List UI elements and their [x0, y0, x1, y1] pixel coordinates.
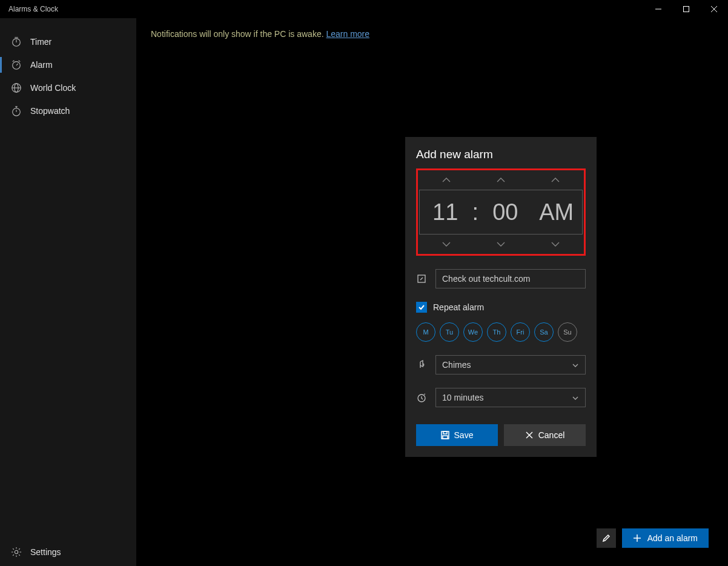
minute-up-button[interactable]: [477, 174, 525, 186]
sidebar-item-timer[interactable]: Timer: [0, 30, 136, 53]
minute-down-button[interactable]: [477, 238, 525, 250]
plus-icon: [633, 534, 641, 542]
svg-point-18: [15, 550, 18, 553]
sidebar-item-label: Timer: [30, 37, 51, 47]
learn-more-link[interactable]: Learn more: [326, 29, 369, 39]
svg-line-8: [16, 64, 18, 65]
titlebar: Alarms & Clock: [0, 0, 728, 18]
time-picker-highlight: 11 : 00 AM: [416, 168, 586, 256]
window-controls: [644, 0, 728, 18]
ampm-up-button[interactable]: [531, 174, 580, 186]
sidebar-item-world-clock[interactable]: World Clock: [0, 76, 136, 99]
alarm-icon: [11, 59, 22, 70]
sidebar-item-settings[interactable]: Settings: [0, 538, 136, 566]
sidebar-item-alarm[interactable]: Alarm: [0, 53, 136, 76]
edit-name-icon: [416, 273, 427, 284]
content-area: Notifications will only show if the PC i…: [136, 18, 728, 566]
hour-down-button[interactable]: [422, 238, 471, 250]
add-alarm-button[interactable]: Add an alarm: [622, 528, 709, 548]
close-icon: [525, 431, 534, 439]
add-alarm-dialog: Add new alarm 11 : 00 AM: [405, 137, 597, 457]
chevron-down-icon: [572, 393, 579, 402]
ampm-value: AM: [531, 199, 582, 225]
repeat-label: Repeat alarm: [433, 302, 484, 312]
sound-select[interactable]: Chimes: [435, 355, 586, 375]
sidebar: Timer Alarm World Clock Stopwatch Settin…: [0, 18, 136, 566]
maximize-button[interactable]: [672, 0, 700, 18]
hour-up-button[interactable]: [422, 174, 471, 186]
notification-text: Notifications will only show if the PC i…: [151, 29, 326, 39]
svg-rect-22: [443, 431, 447, 434]
svg-line-9: [13, 61, 15, 62]
days-row: M Tu We Th Fri Sa Su: [416, 322, 586, 342]
sidebar-item-label: Alarm: [30, 60, 53, 70]
chevron-down-icon: [572, 360, 579, 370]
svg-rect-23: [443, 436, 448, 439]
minimize-button[interactable]: [644, 0, 672, 18]
stopwatch-icon: [11, 105, 22, 116]
time-display[interactable]: 11 : 00 AM: [419, 190, 583, 235]
svg-line-10: [19, 61, 21, 62]
day-thursday[interactable]: Th: [487, 322, 506, 342]
sidebar-item-label: Stopwatch: [30, 106, 70, 116]
save-button[interactable]: Save: [416, 424, 498, 446]
cancel-label: Cancel: [538, 430, 565, 440]
svg-rect-1: [684, 7, 689, 12]
save-label: Save: [454, 430, 474, 440]
timer-icon: [11, 36, 22, 47]
snooze-icon: [416, 392, 427, 403]
day-monday[interactable]: M: [416, 322, 435, 342]
day-friday[interactable]: Fri: [511, 322, 530, 342]
svg-point-14: [13, 108, 21, 116]
add-alarm-label: Add an alarm: [647, 533, 698, 543]
time-separator: :: [471, 199, 480, 225]
sound-icon: [416, 359, 427, 370]
sound-value: Chimes: [442, 360, 471, 370]
close-button[interactable]: [700, 0, 728, 18]
snooze-select[interactable]: 10 minutes: [435, 388, 586, 407]
day-wednesday[interactable]: We: [463, 322, 483, 342]
minute-value: 00: [480, 199, 531, 225]
day-tuesday[interactable]: Tu: [440, 322, 459, 342]
sidebar-item-stopwatch[interactable]: Stopwatch: [0, 99, 136, 122]
cancel-button[interactable]: Cancel: [504, 424, 586, 446]
snooze-value: 10 minutes: [442, 393, 483, 402]
settings-label: Settings: [30, 547, 61, 557]
alarm-name-input[interactable]: [435, 269, 586, 288]
save-icon: [441, 431, 449, 439]
repeat-checkbox[interactable]: [416, 302, 427, 313]
app-title: Alarms & Clock: [8, 5, 58, 13]
dialog-title: Add new alarm: [416, 148, 586, 161]
gear-icon: [11, 547, 22, 558]
edit-alarms-button[interactable]: [597, 528, 616, 548]
sidebar-item-label: World Clock: [30, 83, 76, 93]
notification-bar: Notifications will only show if the PC i…: [136, 18, 728, 39]
globe-icon: [11, 82, 22, 93]
day-sunday[interactable]: Su: [558, 322, 577, 342]
day-saturday[interactable]: Sa: [534, 322, 554, 342]
bottom-actions: Add an alarm: [597, 528, 709, 548]
pencil-icon: [602, 534, 611, 542]
ampm-down-button[interactable]: [531, 238, 580, 250]
hour-value: 11: [420, 199, 471, 225]
